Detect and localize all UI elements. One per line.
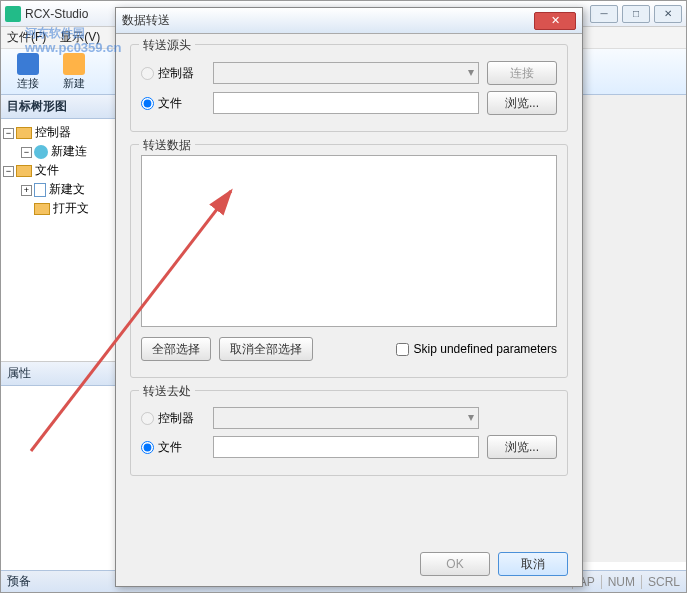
dest-file-radio[interactable]: 文件 [141, 439, 205, 456]
collapse-icon[interactable]: − [3, 128, 14, 139]
data-group: 转送数据 全部选择 取消全部选择 Skip undefined paramete… [130, 144, 568, 378]
data-listbox[interactable] [141, 155, 557, 327]
status-ready: 预备 [7, 573, 31, 590]
dest-controller-radio[interactable]: 控制器 [141, 410, 205, 427]
window-buttons: ─ □ ✕ [590, 5, 682, 23]
dialog-close-button[interactable]: ✕ [534, 12, 576, 30]
cancel-button[interactable]: 取消 [498, 552, 568, 576]
controller-icon [34, 145, 48, 159]
source-group: 转送源头 控制器 连接 文件 浏览... [130, 44, 568, 132]
source-file-radio[interactable]: 文件 [141, 95, 205, 112]
close-button[interactable]: ✕ [654, 5, 682, 23]
status-scrl: SCRL [641, 575, 680, 589]
connect-icon [17, 53, 39, 75]
dest-file-input[interactable] [213, 436, 479, 458]
source-file-radio-input[interactable] [141, 97, 154, 110]
dialog-footer: OK 取消 [420, 552, 568, 576]
status-num: NUM [601, 575, 635, 589]
source-controller-radio-input [141, 67, 154, 80]
collapse-icon[interactable]: − [21, 147, 32, 158]
dest-group: 转送去处 控制器 文件 浏览... [130, 390, 568, 476]
source-controller-row: 控制器 连接 [141, 61, 557, 85]
dest-file-row: 文件 浏览... [141, 435, 557, 459]
collapse-icon[interactable]: − [3, 166, 14, 177]
menu-view[interactable]: 显示(V) [60, 29, 100, 46]
source-group-label: 转送源头 [139, 37, 195, 54]
ribbon-new-label: 新建 [63, 76, 85, 91]
dest-controller-combo[interactable] [213, 407, 479, 429]
dest-controller-radio-input [141, 412, 154, 425]
source-browse-button[interactable]: 浏览... [487, 91, 557, 115]
source-connect-button[interactable]: 连接 [487, 61, 557, 85]
ribbon-connect[interactable]: 连接 [7, 51, 49, 93]
file-icon [34, 183, 46, 197]
properties-label: 属性 [7, 365, 31, 382]
skip-undefined-checkbox[interactable]: Skip undefined parameters [396, 342, 557, 356]
ribbon-new[interactable]: 新建 [53, 51, 95, 93]
deselect-all-button[interactable]: 取消全部选择 [219, 337, 313, 361]
source-file-input[interactable] [213, 92, 479, 114]
data-transfer-dialog: 数据转送 ✕ 转送源头 控制器 连接 文件 浏览... 转送数据 全部选择 取消… [115, 7, 583, 587]
source-controller-radio[interactable]: 控制器 [141, 65, 205, 82]
select-all-button[interactable]: 全部选择 [141, 337, 211, 361]
folder-icon [16, 127, 32, 139]
source-file-row: 文件 浏览... [141, 91, 557, 115]
dest-controller-row: 控制器 [141, 407, 557, 429]
dialog-title: 数据转送 [122, 12, 534, 29]
new-icon [63, 53, 85, 75]
folder-icon [34, 203, 50, 215]
app-icon [5, 6, 21, 22]
skip-undefined-input[interactable] [396, 343, 409, 356]
ok-button[interactable]: OK [420, 552, 490, 576]
dest-group-label: 转送去处 [139, 383, 195, 400]
dest-browse-button[interactable]: 浏览... [487, 435, 557, 459]
dest-file-radio-input[interactable] [141, 441, 154, 454]
expand-icon[interactable]: + [21, 185, 32, 196]
minimize-button[interactable]: ─ [590, 5, 618, 23]
dialog-titlebar[interactable]: 数据转送 ✕ [116, 8, 582, 34]
source-controller-combo[interactable] [213, 62, 479, 84]
data-buttons-row: 全部选择 取消全部选择 Skip undefined parameters [141, 337, 557, 361]
dialog-body: 转送源头 控制器 连接 文件 浏览... 转送数据 全部选择 取消全部选择 Sk… [116, 34, 582, 498]
folder-icon [16, 165, 32, 177]
menu-file[interactable]: 文件(F) [7, 29, 46, 46]
maximize-button[interactable]: □ [622, 5, 650, 23]
data-group-label: 转送数据 [139, 137, 195, 154]
status-indicators: AP NUM SCRL [572, 575, 680, 589]
ribbon-connect-label: 连接 [17, 76, 39, 91]
